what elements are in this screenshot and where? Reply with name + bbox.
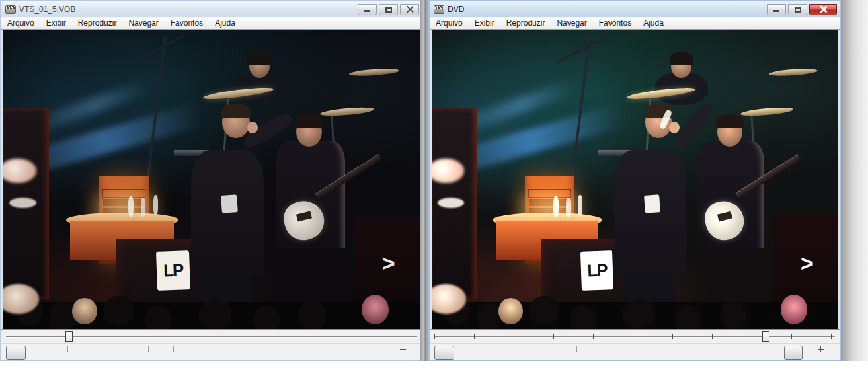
player-window-vob: VTS_01_5.VOB Arquivo Exibir Reproduzir N… xyxy=(0,0,423,361)
bottle xyxy=(128,196,134,217)
window-controls xyxy=(358,4,419,15)
rack-label xyxy=(438,198,464,208)
crowd-head-blond xyxy=(72,298,97,325)
window-controls xyxy=(767,4,837,15)
bassist-hair xyxy=(716,114,744,128)
shirt-logo xyxy=(221,194,238,213)
chevron-amp: > xyxy=(773,215,838,311)
menu-favoritos[interactable]: Favoritos xyxy=(593,18,637,29)
seek-thumb[interactable] xyxy=(762,331,769,342)
crowd-head xyxy=(623,299,655,329)
window-title: DVD xyxy=(448,5,767,14)
crowd-head-pink xyxy=(362,295,389,324)
player-window-dvd: DVD Arquivo Exibir Reproduzir Navegar Fa… xyxy=(428,0,841,361)
menu-bar: Arquivo Exibir Reproduzir Navegar Favori… xyxy=(1,17,422,30)
close-icon xyxy=(820,6,827,13)
maximize-icon xyxy=(795,7,801,13)
singer-hair xyxy=(221,104,251,119)
minimize-button[interactable] xyxy=(767,4,786,15)
toolbar-separator xyxy=(67,346,68,352)
crowd-head xyxy=(199,299,232,329)
volume-icon[interactable] xyxy=(818,346,824,352)
concert-video-frame: > LP xyxy=(3,30,420,329)
background-bottom-strip xyxy=(0,361,868,370)
crowd-head xyxy=(299,301,326,329)
seek-thumb[interactable] xyxy=(65,331,73,342)
mute-button[interactable] xyxy=(784,346,803,360)
volume-icon[interactable] xyxy=(400,346,406,352)
singer-hand xyxy=(669,122,680,133)
bottle-3 xyxy=(578,195,582,216)
bottle-2 xyxy=(566,198,571,217)
toolbar-separator xyxy=(602,346,602,352)
play-button[interactable] xyxy=(434,346,454,360)
film-clapper-icon xyxy=(434,5,444,14)
background-right xyxy=(841,0,868,361)
crowd-head-pink xyxy=(781,295,807,324)
maximize-button[interactable] xyxy=(379,4,398,15)
lp-logo: LP xyxy=(155,249,192,292)
titlebar[interactable]: VTS_01_5.VOB xyxy=(1,1,422,17)
bottle xyxy=(553,196,559,217)
bottle-3 xyxy=(153,195,159,216)
crowd-head-blond xyxy=(498,298,523,325)
control-bar xyxy=(1,343,422,360)
bassist-hair xyxy=(295,114,323,128)
window-title: VTS_01_5.VOB xyxy=(19,5,358,14)
menu-exibir[interactable]: Exibir xyxy=(469,18,500,29)
menu-ajuda[interactable]: Ajuda xyxy=(209,18,241,29)
maximize-button[interactable] xyxy=(788,4,807,15)
menu-reproduzir[interactable]: Reproduzir xyxy=(72,18,123,29)
toolbar-separator xyxy=(173,346,174,352)
rack-label xyxy=(9,198,36,208)
lp-logo: LP xyxy=(579,249,615,292)
menu-reproduzir[interactable]: Reproduzir xyxy=(500,18,551,29)
close-icon xyxy=(406,6,413,13)
toolbar-separator xyxy=(148,346,149,352)
minimize-button[interactable] xyxy=(358,4,377,15)
menu-bar: Arquivo Exibir Reproduzir Navegar Favori… xyxy=(430,17,840,30)
titlebar[interactable]: DVD xyxy=(430,1,840,17)
menu-favoritos[interactable]: Favoritos xyxy=(165,18,209,29)
control-bar xyxy=(430,343,840,360)
menu-navegar[interactable]: Navegar xyxy=(122,18,164,29)
desktop: VTS_01_5.VOB Arquivo Exibir Reproduzir N… xyxy=(0,0,868,370)
seek-bar[interactable] xyxy=(1,329,422,343)
minimize-icon xyxy=(364,10,370,12)
concert-video-frame: > LP xyxy=(432,30,838,329)
shirt-logo xyxy=(644,194,660,213)
background-gap xyxy=(420,0,428,361)
chapter-ticks xyxy=(434,334,835,339)
bottle-2 xyxy=(141,198,146,217)
menu-navegar[interactable]: Navegar xyxy=(551,18,592,29)
seek-bar[interactable] xyxy=(430,329,840,343)
white-towel xyxy=(432,159,464,182)
maximize-icon xyxy=(385,7,392,13)
toolbar-separator xyxy=(496,346,496,352)
toolbar-separator xyxy=(576,346,577,352)
video-area[interactable]: > LP xyxy=(1,30,422,329)
menu-arquivo[interactable]: Arquivo xyxy=(430,18,469,29)
play-button[interactable] xyxy=(6,346,26,360)
close-button[interactable] xyxy=(400,4,419,15)
minimize-icon xyxy=(773,10,779,12)
menu-arquivo[interactable]: Arquivo xyxy=(1,18,40,29)
menu-ajuda[interactable]: Ajuda xyxy=(637,18,670,29)
chevron-amp: > xyxy=(353,215,420,311)
film-clapper-icon xyxy=(5,5,16,14)
drummer-hair xyxy=(247,52,272,65)
crowd-head xyxy=(570,305,596,329)
drummer-hair xyxy=(670,52,693,65)
video-area[interactable]: > LP xyxy=(430,30,840,329)
crowd-head xyxy=(720,301,746,329)
close-button[interactable] xyxy=(809,4,837,15)
menu-exibir[interactable]: Exibir xyxy=(40,18,72,29)
singer-hand xyxy=(247,122,258,133)
